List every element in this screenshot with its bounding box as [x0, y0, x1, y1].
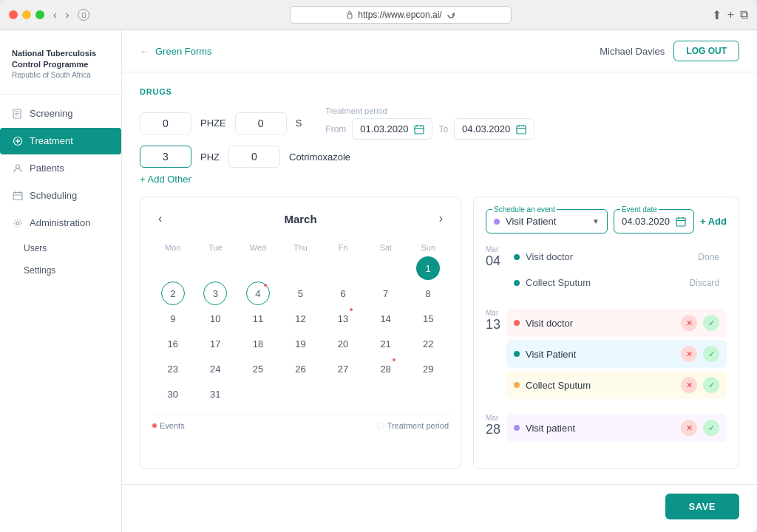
cal-day-12[interactable]: 12	[288, 307, 312, 330]
breadcrumb-back-icon[interactable]: ←	[140, 46, 149, 57]
sidebar-item-settings[interactable]: Settings	[0, 259, 121, 282]
maximize-button[interactable]	[35, 10, 44, 19]
share-icon[interactable]: ⬆	[712, 8, 722, 22]
user-area: Michael Davies LOG OUT	[600, 41, 739, 61]
cal-day-10[interactable]: 10	[203, 307, 227, 330]
cal-day-29[interactable]: 29	[416, 357, 440, 381]
url-bar[interactable]: https://www.epcon.ai/	[290, 6, 512, 24]
logout-button[interactable]: LOG OUT	[673, 41, 739, 61]
cal-day-1[interactable]: 1	[416, 256, 440, 280]
cal-day-9[interactable]: 9	[161, 307, 185, 330]
back-button[interactable]: ‹	[50, 7, 60, 22]
screening-label: Screening	[30, 108, 73, 119]
event-month-13: Mar	[486, 309, 500, 317]
sidebar-item-screening[interactable]: Screening	[0, 100, 121, 127]
treatment-period-container: Treatment period From 01.03.2020 To 04.0…	[325, 106, 534, 140]
treatment-icon	[12, 135, 24, 147]
cal-day-23[interactable]: 23	[161, 357, 185, 381]
cal-day-21[interactable]: 21	[374, 332, 398, 355]
cal-day-17[interactable]: 17	[203, 332, 227, 355]
visit-patient-cancel-28[interactable]: ✕	[681, 420, 697, 436]
sidebar-item-patients[interactable]: Patients	[0, 155, 121, 182]
event-item-visit-doctor-13: Visit doctor ✕ ✓	[506, 309, 727, 337]
browser-navigation: ‹ ›	[50, 7, 72, 22]
url-text: https://www.epcon.ai/	[358, 10, 441, 20]
collect-sputum-status-04: Discard	[689, 278, 719, 288]
schedule-event-label: Schedule an event	[492, 205, 557, 214]
cal-day-11[interactable]: 11	[246, 307, 270, 330]
screening-icon	[12, 108, 24, 120]
treatment-label: Treatment	[30, 135, 73, 146]
collect-sputum-confirm-13[interactable]: ✓	[703, 377, 719, 393]
event-date-header-04: Mar 04 Visit doctor Done	[486, 245, 727, 297]
from-date-input[interactable]: 01.03.2020	[352, 118, 432, 140]
cal-day-7[interactable]: 7	[374, 282, 398, 305]
to-date-value: 04.03.2020	[462, 123, 510, 134]
visit-patient-confirm-28[interactable]: ✓	[703, 420, 719, 436]
day-header-sat: Sat	[365, 240, 407, 255]
cal-day-30[interactable]: 30	[161, 382, 185, 406]
cal-day-19[interactable]: 19	[288, 332, 312, 355]
schedule-event-select[interactable]: Schedule an event Visit Patient ▼	[486, 209, 608, 233]
sidebar-item-administration[interactable]: Administration	[0, 210, 121, 236]
cal-day-24[interactable]: 24	[203, 357, 227, 381]
save-button[interactable]: SAVE	[665, 494, 739, 519]
event-day-28: 28	[486, 422, 500, 438]
close-button[interactable]	[9, 10, 18, 19]
cal-day-6[interactable]: 6	[331, 282, 355, 305]
cal-day-3[interactable]: 3	[203, 282, 227, 305]
cal-day-25[interactable]: 25	[246, 357, 270, 381]
visit-patient-cancel-13[interactable]: ✕	[681, 346, 697, 362]
drug-phz-qty[interactable]	[140, 146, 191, 168]
day-header-sun: Sun	[407, 240, 449, 255]
sidebar-item-treatment[interactable]: Treatment	[0, 128, 121, 154]
cal-day-14[interactable]: 14	[374, 307, 398, 330]
drug-row-2: PHZ Cotrimoxazole	[140, 146, 739, 168]
drug-cotri-qty[interactable]	[228, 146, 280, 168]
visit-patient-dot-28	[514, 425, 520, 431]
cal-day-16[interactable]: 16	[161, 332, 185, 355]
sidebar-item-scheduling[interactable]: Scheduling	[0, 183, 121, 209]
cal-day-2[interactable]: 2	[161, 282, 185, 305]
svg-rect-0	[347, 14, 352, 18]
cal-day-31[interactable]: 31	[203, 382, 227, 406]
cal-day-28[interactable]: 28	[374, 357, 398, 381]
drug-s-qty[interactable]	[235, 112, 287, 134]
patients-label: Patients	[30, 163, 64, 174]
cal-day-18[interactable]: 18	[246, 332, 270, 355]
to-date-input[interactable]: 04.03.2020	[454, 118, 534, 140]
calendar-prev-button[interactable]: ‹	[152, 209, 168, 228]
event-date-input[interactable]: Event date 04.03.2020	[614, 209, 694, 233]
drug-phze-qty[interactable]	[140, 112, 191, 134]
cal-day-13[interactable]: 13	[331, 307, 355, 330]
cal-day-22[interactable]: 22	[416, 332, 440, 355]
cal-day-4[interactable]: 4	[246, 282, 270, 305]
event-item-collect-sputum-04: Collect Sputum Discard	[506, 271, 727, 294]
user-name: Michael Davies	[600, 46, 665, 57]
sidebar-item-users[interactable]: Users	[0, 237, 121, 259]
day-header-mon: Mon	[152, 240, 194, 255]
add-other-button[interactable]: + Add Other	[140, 174, 739, 185]
reload-icon[interactable]	[447, 10, 455, 19]
cal-day-5[interactable]: 5	[288, 282, 312, 305]
calendar-header: ‹ March ›	[152, 209, 449, 228]
calendar-to-icon	[516, 124, 526, 134]
add-event-button[interactable]: + Add	[700, 216, 727, 227]
cal-day-27[interactable]: 27	[331, 357, 355, 381]
forward-button[interactable]: ›	[63, 7, 72, 22]
cal-day-20[interactable]: 20	[331, 332, 355, 355]
visit-doctor-confirm-13[interactable]: ✓	[703, 315, 719, 331]
tabs-icon[interactable]: ⧉	[740, 8, 748, 22]
svg-rect-16	[517, 126, 526, 134]
minimize-button[interactable]	[22, 10, 31, 19]
cal-day-26[interactable]: 26	[288, 357, 312, 381]
cal-day-15[interactable]: 15	[416, 307, 440, 330]
visit-patient-confirm-13[interactable]: ✓	[703, 346, 719, 362]
event-date-13: Mar 13	[486, 309, 500, 402]
collect-sputum-cancel-13[interactable]: ✕	[681, 377, 697, 393]
cal-day-8[interactable]: 8	[416, 282, 440, 305]
calendar-next-button[interactable]: ›	[433, 209, 449, 228]
visit-doctor-cancel-13[interactable]: ✕	[681, 315, 697, 331]
day-header-thu: Thu	[280, 240, 322, 255]
new-tab-icon[interactable]: +	[727, 8, 734, 22]
